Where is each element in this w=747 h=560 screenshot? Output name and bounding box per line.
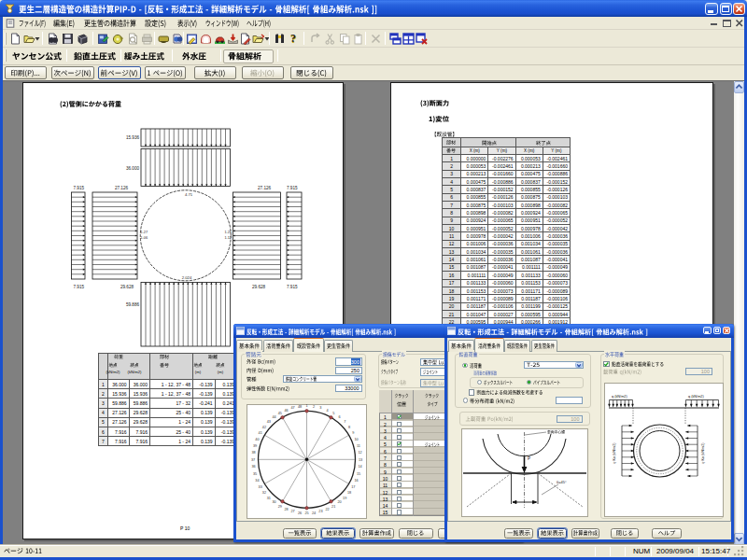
svg-text:?: ?: [290, 33, 296, 45]
